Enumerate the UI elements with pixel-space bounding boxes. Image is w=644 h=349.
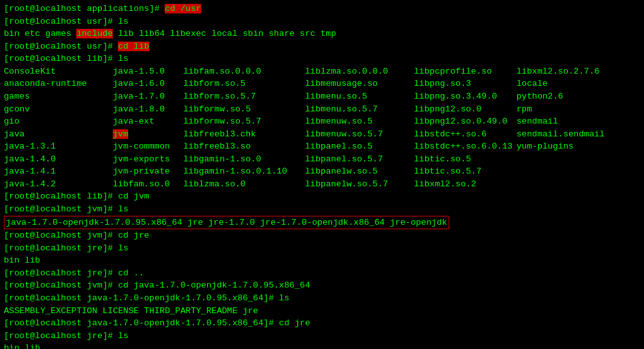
jvm-ls-output: java-1.7.0-openjdk-1.7.0.95.x86_64 jre j…	[4, 216, 449, 230]
command-highlight: cd /usr	[165, 4, 201, 13]
terminal-line: [root@localhost lib]# cd jvm	[4, 190, 640, 203]
terminal-line: [root@localhost applications]# cd /usr	[4, 3, 640, 15]
terminal-line: anaconda-runtimejava-1.6.0libform.so.5li…	[4, 77, 640, 90]
terminal-line: java-1.3.1jvm-commmonlibfreebl3.solibpan…	[4, 140, 640, 153]
terminal-line: [root@localhost java-1.7.0-openjdk-1.7.0…	[4, 317, 640, 330]
terminal-line: [root@localhost lib]# ls	[4, 53, 640, 65]
terminal-line: java-1.4.1jvm-privatelibgamin-1.so.0.1.1…	[4, 165, 640, 178]
terminal-line: [root@localhost usr]# ls	[4, 15, 640, 28]
terminal-line: java-1.4.2libfam.so.0liblzma.so.0libpane…	[4, 178, 640, 191]
terminal-line: giojava-extlibformw.so.5.7libmenuw.so.5l…	[4, 115, 640, 128]
terminal-line: [root@localhost jvm]# ls	[4, 203, 640, 216]
terminal-line: [root@localhost jre]# cd ..	[4, 267, 640, 280]
terminal-line: [root@localhost jre]# ls	[4, 242, 640, 255]
terminal-line: bin lib	[4, 342, 640, 349]
terminal-line: javajvm libfreebl3.chklibmenuw.so.5.7lib…	[4, 128, 640, 141]
command-highlight: cd lib	[118, 42, 149, 51]
prompt: [root@localhost applications]#	[4, 4, 165, 13]
terminal-line: [root@localhost jvm]# cd java-1.7.0-open…	[4, 279, 640, 292]
terminal-line: java-1.4.0jvm-exportslibgamin-1.so.0libp…	[4, 153, 640, 166]
terminal-line: gamesjava-1.7.0libform.so.5.7libmenu.so.…	[4, 90, 640, 103]
terminal-line: ASSEMBLY_EXCEPTION LICENSE THIRD_PARTY_R…	[4, 305, 640, 318]
terminal-line: bin etc games include lib lib64 libexec …	[4, 28, 640, 40]
include-highlight: include	[76, 29, 113, 38]
jvm-highlight: jvm	[113, 129, 128, 139]
terminal-line: [root@localhost jvm]# cd jre	[4, 229, 640, 242]
terminal-line: gconvjava-1.8.0libformw.so.5libmenu.so.5…	[4, 103, 640, 116]
terminal-line: bin lib	[4, 254, 640, 267]
terminal-line: [root@localhost java-1.7.0-openjdk-1.7.0…	[4, 292, 640, 305]
terminal-line: [root@localhost jre]# ls	[4, 330, 640, 343]
terminal-line: [root@localhost usr]# cd lib	[4, 40, 640, 53]
terminal-window: [root@localhost applications]# cd /usr […	[4, 3, 640, 349]
terminal-line: ConsoleKitjava-1.5.0libfam.so.0.0.0liblz…	[4, 65, 640, 78]
